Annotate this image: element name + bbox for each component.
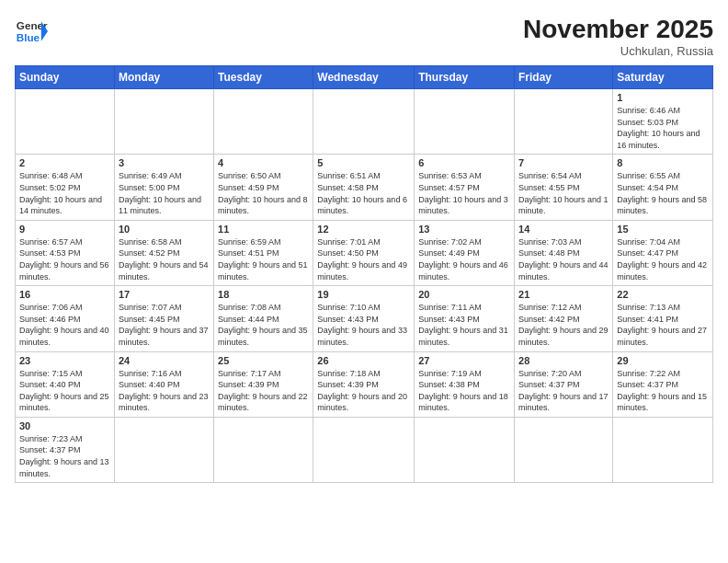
- cell-date-number: 13: [418, 224, 510, 235]
- calendar-cell: 18Sunrise: 7:08 AM Sunset: 4:44 PM Dayli…: [214, 286, 313, 351]
- cell-info-text: Sunrise: 6:48 AM Sunset: 5:02 PM Dayligh…: [19, 170, 110, 216]
- cell-info-text: Sunrise: 7:11 AM Sunset: 4:43 PM Dayligh…: [418, 302, 510, 348]
- header: General Blue November 2025 Uchkulan, Rus…: [15, 15, 713, 58]
- logo-icon: General Blue: [15, 15, 48, 48]
- cell-info-text: Sunrise: 7:03 AM Sunset: 4:48 PM Dayligh…: [518, 236, 609, 282]
- calendar-cell: 13Sunrise: 7:02 AM Sunset: 4:49 PM Dayli…: [415, 220, 515, 285]
- cell-info-text: Sunrise: 6:54 AM Sunset: 4:55 PM Dayligh…: [518, 170, 609, 216]
- calendar-cell: 3Sunrise: 6:49 AM Sunset: 5:00 PM Daylig…: [114, 155, 213, 220]
- cell-info-text: Sunrise: 7:22 AM Sunset: 4:37 PM Dayligh…: [617, 368, 709, 414]
- calendar-table: SundayMondayTuesdayWednesdayThursdayFrid…: [15, 65, 713, 483]
- calendar-cell: 12Sunrise: 7:01 AM Sunset: 4:50 PM Dayli…: [313, 220, 415, 285]
- cell-info-text: Sunrise: 7:06 AM Sunset: 4:46 PM Dayligh…: [19, 302, 110, 348]
- cell-date-number: 27: [418, 355, 510, 366]
- day-header-monday: Monday: [114, 66, 213, 89]
- cell-info-text: Sunrise: 7:23 AM Sunset: 4:37 PM Dayligh…: [19, 433, 110, 479]
- cell-date-number: 22: [617, 289, 709, 300]
- calendar-cell: 23Sunrise: 7:15 AM Sunset: 4:40 PM Dayli…: [16, 351, 115, 417]
- calendar-cell: [515, 89, 613, 155]
- calendar-cell: 28Sunrise: 7:20 AM Sunset: 4:37 PM Dayli…: [515, 351, 613, 417]
- cell-info-text: Sunrise: 7:18 AM Sunset: 4:39 PM Dayligh…: [317, 368, 410, 414]
- calendar-cell: 11Sunrise: 6:59 AM Sunset: 4:51 PM Dayli…: [214, 220, 313, 285]
- cell-date-number: 30: [19, 420, 110, 431]
- calendar-cell: 24Sunrise: 7:16 AM Sunset: 4:40 PM Dayli…: [114, 351, 213, 417]
- calendar-cell: 19Sunrise: 7:10 AM Sunset: 4:43 PM Dayli…: [313, 286, 415, 351]
- calendar-cell: 15Sunrise: 7:04 AM Sunset: 4:47 PM Dayli…: [613, 220, 713, 285]
- cell-info-text: Sunrise: 7:01 AM Sunset: 4:50 PM Dayligh…: [317, 236, 410, 282]
- cell-date-number: 3: [119, 157, 210, 168]
- cell-info-text: Sunrise: 7:17 AM Sunset: 4:39 PM Dayligh…: [218, 368, 309, 414]
- cell-date-number: 9: [19, 224, 110, 235]
- cell-date-number: 6: [418, 157, 510, 168]
- calendar-cell: 5Sunrise: 6:51 AM Sunset: 4:58 PM Daylig…: [313, 155, 415, 220]
- cell-date-number: 1: [617, 92, 709, 103]
- cell-date-number: 5: [317, 157, 410, 168]
- calendar-cell: 30Sunrise: 7:23 AM Sunset: 4:37 PM Dayli…: [16, 417, 115, 482]
- calendar-cell: [214, 89, 313, 155]
- calendar-cell: 10Sunrise: 6:58 AM Sunset: 4:52 PM Dayli…: [114, 220, 213, 285]
- location: Uchkulan, Russia: [523, 44, 713, 58]
- cell-info-text: Sunrise: 7:08 AM Sunset: 4:44 PM Dayligh…: [218, 302, 309, 348]
- calendar-cell: 4Sunrise: 6:50 AM Sunset: 4:59 PM Daylig…: [214, 155, 313, 220]
- calendar-cell: 16Sunrise: 7:06 AM Sunset: 4:46 PM Dayli…: [16, 286, 115, 351]
- cell-date-number: 28: [518, 355, 609, 366]
- calendar-cell: 2Sunrise: 6:48 AM Sunset: 5:02 PM Daylig…: [16, 155, 115, 220]
- cell-date-number: 16: [19, 289, 110, 300]
- cell-date-number: 20: [418, 289, 510, 300]
- calendar-cell: 7Sunrise: 6:54 AM Sunset: 4:55 PM Daylig…: [515, 155, 613, 220]
- calendar-cell: 9Sunrise: 6:57 AM Sunset: 4:53 PM Daylig…: [16, 220, 115, 285]
- calendar-cell: [214, 417, 313, 482]
- calendar-cell: 8Sunrise: 6:55 AM Sunset: 4:54 PM Daylig…: [613, 155, 713, 220]
- cell-info-text: Sunrise: 6:55 AM Sunset: 4:54 PM Dayligh…: [617, 170, 709, 216]
- cell-info-text: Sunrise: 6:50 AM Sunset: 4:59 PM Dayligh…: [218, 170, 309, 216]
- cell-date-number: 7: [518, 157, 609, 168]
- day-header-wednesday: Wednesday: [313, 66, 415, 89]
- cell-date-number: 14: [518, 224, 609, 235]
- cell-date-number: 24: [119, 355, 210, 366]
- cell-date-number: 23: [19, 355, 110, 366]
- title-block: November 2025 Uchkulan, Russia: [523, 15, 713, 58]
- cell-date-number: 19: [317, 289, 410, 300]
- calendar-cell: 29Sunrise: 7:22 AM Sunset: 4:37 PM Dayli…: [613, 351, 713, 417]
- calendar-cell: 14Sunrise: 7:03 AM Sunset: 4:48 PM Dayli…: [515, 220, 613, 285]
- cell-date-number: 8: [617, 157, 709, 168]
- month-title: November 2025: [523, 15, 713, 44]
- cell-info-text: Sunrise: 7:04 AM Sunset: 4:47 PM Dayligh…: [617, 236, 709, 282]
- calendar-cell: 22Sunrise: 7:13 AM Sunset: 4:41 PM Dayli…: [613, 286, 713, 351]
- cell-info-text: Sunrise: 6:53 AM Sunset: 4:57 PM Dayligh…: [418, 170, 510, 216]
- cell-date-number: 4: [218, 157, 309, 168]
- cell-date-number: 2: [19, 157, 110, 168]
- cell-date-number: 17: [119, 289, 210, 300]
- calendar-cell: [114, 417, 213, 482]
- day-header-thursday: Thursday: [415, 66, 515, 89]
- calendar-cell: 20Sunrise: 7:11 AM Sunset: 4:43 PM Dayli…: [415, 286, 515, 351]
- cell-info-text: Sunrise: 7:12 AM Sunset: 4:42 PM Dayligh…: [518, 302, 609, 348]
- cell-info-text: Sunrise: 7:20 AM Sunset: 4:37 PM Dayligh…: [518, 368, 609, 414]
- logo: General Blue: [15, 15, 48, 48]
- calendar-cell: [16, 89, 115, 155]
- cell-date-number: 10: [119, 224, 210, 235]
- cell-info-text: Sunrise: 7:02 AM Sunset: 4:49 PM Dayligh…: [418, 236, 510, 282]
- calendar-cell: 21Sunrise: 7:12 AM Sunset: 4:42 PM Dayli…: [515, 286, 613, 351]
- calendar-cell: [415, 89, 515, 155]
- calendar-cell: 1Sunrise: 6:46 AM Sunset: 5:03 PM Daylig…: [613, 89, 713, 155]
- cell-info-text: Sunrise: 7:15 AM Sunset: 4:40 PM Dayligh…: [19, 368, 110, 414]
- cell-date-number: 21: [518, 289, 609, 300]
- cell-info-text: Sunrise: 7:10 AM Sunset: 4:43 PM Dayligh…: [317, 302, 410, 348]
- calendar-cell: [415, 417, 515, 482]
- cell-info-text: Sunrise: 7:16 AM Sunset: 4:40 PM Dayligh…: [119, 368, 210, 414]
- page: General Blue November 2025 Uchkulan, Rus…: [0, 0, 728, 563]
- calendar-cell: [613, 417, 713, 482]
- cell-info-text: Sunrise: 7:07 AM Sunset: 4:45 PM Dayligh…: [119, 302, 210, 348]
- calendar-cell: 27Sunrise: 7:19 AM Sunset: 4:38 PM Dayli…: [415, 351, 515, 417]
- calendar-cell: [313, 89, 415, 155]
- cell-date-number: 12: [317, 224, 410, 235]
- cell-date-number: 15: [617, 224, 709, 235]
- cell-info-text: Sunrise: 6:59 AM Sunset: 4:51 PM Dayligh…: [218, 236, 309, 282]
- cell-date-number: 18: [218, 289, 309, 300]
- day-header-sunday: Sunday: [16, 66, 115, 89]
- cell-info-text: Sunrise: 7:13 AM Sunset: 4:41 PM Dayligh…: [617, 302, 709, 348]
- calendar-cell: 25Sunrise: 7:17 AM Sunset: 4:39 PM Dayli…: [214, 351, 313, 417]
- cell-date-number: 25: [218, 355, 309, 366]
- cell-info-text: Sunrise: 7:19 AM Sunset: 4:38 PM Dayligh…: [418, 368, 510, 414]
